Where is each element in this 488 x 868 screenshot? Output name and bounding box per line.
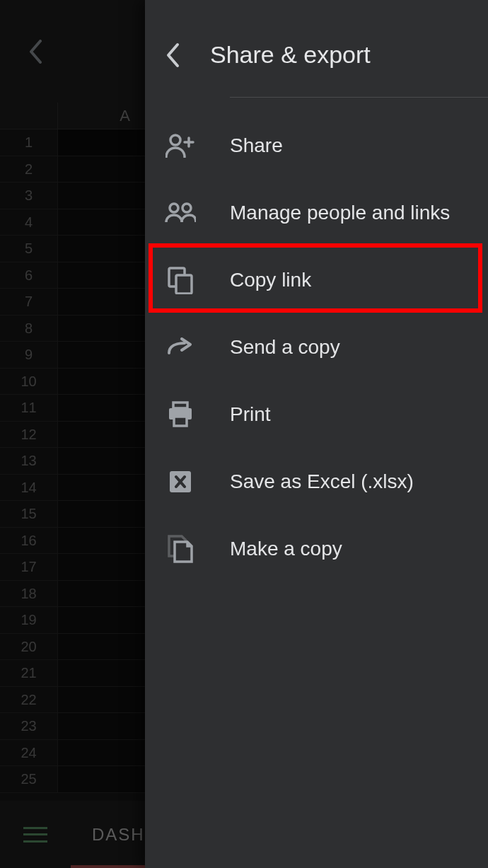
menu-item-label: Send a copy bbox=[230, 336, 340, 359]
file-copy-icon bbox=[165, 533, 196, 565]
menu-item-label: Share bbox=[230, 134, 283, 157]
copy-icon bbox=[165, 265, 196, 296]
panel-title: Share & export bbox=[210, 41, 371, 69]
menu-item-label: Print bbox=[230, 403, 271, 426]
svg-point-0 bbox=[170, 135, 180, 145]
share-export-panel: Share & export ShareManage people and li… bbox=[145, 0, 488, 868]
menu-item-label: Copy link bbox=[230, 269, 311, 291]
forward-icon bbox=[165, 332, 196, 363]
app-root: A 12345678910111213141516171819202122232… bbox=[0, 0, 488, 868]
person-add-icon bbox=[165, 130, 196, 161]
svg-point-1 bbox=[170, 204, 178, 212]
menu-item-share[interactable]: Share bbox=[145, 112, 488, 179]
panel-header: Share & export bbox=[145, 0, 488, 97]
svg-rect-7 bbox=[174, 417, 187, 426]
menu-item-send-a-copy[interactable]: Send a copy bbox=[145, 313, 488, 381]
menu-item-manage-people-and-links[interactable]: Manage people and links bbox=[145, 179, 488, 246]
menu-item-label: Save as Excel (.xlsx) bbox=[230, 470, 414, 493]
menu-item-label: Manage people and links bbox=[230, 202, 450, 224]
excel-icon bbox=[165, 466, 196, 497]
print-icon bbox=[165, 399, 196, 430]
menu-item-save-as-excel-xlsx[interactable]: Save as Excel (.xlsx) bbox=[145, 448, 488, 515]
menu-item-make-a-copy[interactable]: Make a copy bbox=[145, 515, 488, 582]
svg-rect-4 bbox=[176, 275, 192, 294]
svg-point-2 bbox=[182, 204, 191, 212]
svg-rect-5 bbox=[173, 403, 187, 408]
people-icon bbox=[165, 197, 196, 228]
menu-list: ShareManage people and linksCopy linkSen… bbox=[145, 98, 488, 582]
menu-item-print[interactable]: Print bbox=[145, 381, 488, 448]
menu-item-copy-link[interactable]: Copy link bbox=[145, 246, 488, 313]
menu-item-label: Make a copy bbox=[230, 538, 342, 560]
panel-back-button[interactable] bbox=[165, 42, 180, 68]
